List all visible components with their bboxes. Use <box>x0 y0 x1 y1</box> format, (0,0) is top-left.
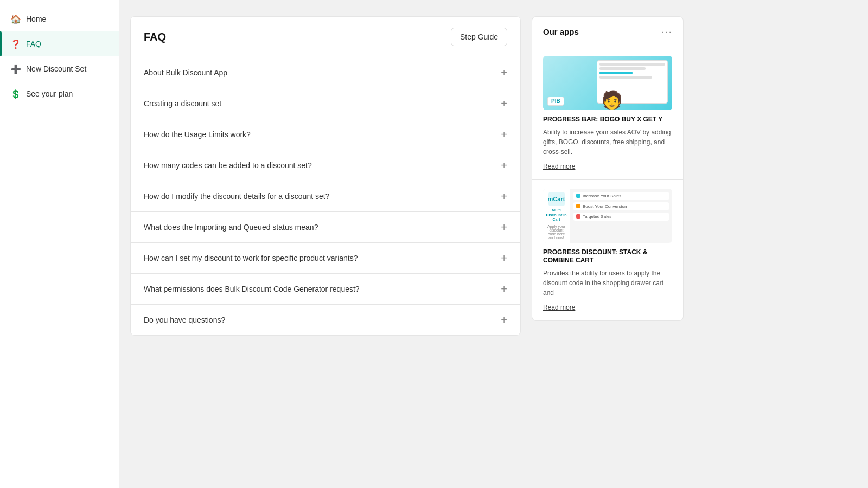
step-guide-button[interactable]: Step Guide <box>451 28 507 46</box>
faq-panel: FAQ Step Guide About Bulk Discount App +… <box>130 16 521 336</box>
apps-panel-title: Our apps <box>543 27 579 36</box>
faq-item-status[interactable]: What does the Importing and Queued statu… <box>131 212 520 243</box>
sidebar-item-faq[interactable]: ❓ FAQ <box>0 31 119 56</box>
sidebar-item-new-discount-set[interactable]: ➕ New Discount Set <box>0 56 119 81</box>
faq-expand-icon-creating: + <box>501 98 507 109</box>
mcart-dot-1 <box>576 194 580 198</box>
pib-badge: PIB <box>547 97 564 106</box>
app-card-multi-discount: mCart Multi Discount In Cart Apply your … <box>532 180 683 320</box>
mcart-logo: mCart <box>548 192 565 207</box>
pib-person-icon: 🧑 <box>601 89 623 110</box>
faq-item-text-permissions: What permissions does Bulk Discount Code… <box>144 285 360 293</box>
faq-expand-icon-questions: + <box>501 314 507 325</box>
faq-item-text-codes: How many codes can be added to a discoun… <box>144 161 312 170</box>
home-icon: 🏠 <box>11 14 21 24</box>
faq-item-permissions[interactable]: What permissions does Bulk Discount Code… <box>131 274 520 305</box>
mcart-row-3: Targeted Sales <box>573 213 669 221</box>
faq-expand-icon-about: + <box>501 67 507 78</box>
mcart-badge-text: Multi Discount In Cart <box>545 208 567 222</box>
app-image-multi-discount: mCart Multi Discount In Cart Apply your … <box>543 189 672 243</box>
faq-expand-icon-status: + <box>501 222 507 233</box>
app-description-progress-bar: Ability to increase your sales AOV by ad… <box>543 127 672 157</box>
apps-header: Our apps ··· <box>532 17 683 47</box>
faq-item-text-creating: Creating a discount set <box>144 99 221 108</box>
app-name-multi-discount: PROGRESS DISCOUNT: STACK & COMBINE CART <box>543 248 672 265</box>
sidebar-item-label-see-your-plan: See your plan <box>26 89 73 98</box>
mcart-left-panel: mCart Multi Discount In Cart Apply your … <box>543 189 570 243</box>
faq-item-text-usage-limits: How do the Usage Limits work? <box>144 130 251 139</box>
sidebar-item-label-home: Home <box>26 15 46 23</box>
app-image-progress-bar: PIB 🧑 <box>543 56 672 110</box>
faq-expand-icon-codes: + <box>501 160 507 171</box>
app-description-multi-discount: Provides the ability for users to apply … <box>543 268 672 298</box>
faq-expand-icon-modify: + <box>501 191 507 202</box>
mcart-row-2: Boost Your Conversion <box>573 202 669 210</box>
faq-header: FAQ Step Guide <box>131 17 520 57</box>
sidebar: 🏠 Home ❓ FAQ ➕ New Discount Set 💲 See yo… <box>0 0 119 488</box>
sidebar-item-label-faq: FAQ <box>26 40 41 48</box>
faq-item-variants[interactable]: How can I set my discount to work for sp… <box>131 243 520 274</box>
faq-expand-icon-permissions: + <box>501 284 507 294</box>
faq-item-questions[interactable]: Do you have questions? + <box>131 305 520 335</box>
sidebar-item-home[interactable]: 🏠 Home <box>0 7 119 31</box>
faq-item-modify[interactable]: How do I modify the discount details for… <box>131 181 520 212</box>
app-read-more-multi-discount[interactable]: Read more <box>543 304 575 311</box>
faq-item-usage-limits[interactable]: How do the Usage Limits work? + <box>131 119 520 150</box>
apps-panel: Our apps ··· PIB <box>532 16 684 321</box>
faq-item-text-status: What does the Importing and Queued statu… <box>144 223 318 232</box>
main-content: FAQ Step Guide About Bulk Discount App +… <box>119 0 868 488</box>
mcart-dot-2 <box>576 204 580 208</box>
mcart-dot-3 <box>576 214 580 219</box>
app-card-progress-bar: PIB 🧑 PROGRESS BAR: BOGO BUY X GET Y Abi… <box>532 47 683 180</box>
faq-title: FAQ <box>144 31 166 43</box>
faq-item-about[interactable]: About Bulk Discount App + <box>131 57 520 88</box>
plan-icon: 💲 <box>11 89 21 99</box>
faq-expand-icon-variants: + <box>501 253 507 264</box>
faq-icon: ❓ <box>11 39 21 49</box>
mcart-row-1: Increase Your Sales <box>573 192 669 200</box>
add-icon: ➕ <box>11 64 21 74</box>
mcart-sub-badge: Apply your discount code here and now! <box>545 224 567 240</box>
sidebar-item-see-your-plan[interactable]: 💲 See your plan <box>0 81 119 106</box>
app-read-more-progress-bar[interactable]: Read more <box>543 163 575 170</box>
faq-item-text-about: About Bulk Discount App <box>144 68 227 77</box>
faq-item-creating[interactable]: Creating a discount set + <box>131 88 520 119</box>
sidebar-item-label-new-discount-set: New Discount Set <box>26 65 86 73</box>
faq-item-text-variants: How can I set my discount to work for sp… <box>144 254 358 262</box>
faq-item-text-questions: Do you have questions? <box>144 316 225 324</box>
mcart-right-panel: Increase Your Sales Boost Your Conversio… <box>570 189 672 243</box>
apps-menu-icon[interactable]: ··· <box>661 25 672 38</box>
faq-expand-icon-usage-limits: + <box>501 129 507 140</box>
app-name-progress-bar: PROGRESS BAR: BOGO BUY X GET Y <box>543 115 672 124</box>
faq-item-codes[interactable]: How many codes can be added to a discoun… <box>131 150 520 181</box>
faq-item-text-modify: How do I modify the discount details for… <box>144 192 329 201</box>
